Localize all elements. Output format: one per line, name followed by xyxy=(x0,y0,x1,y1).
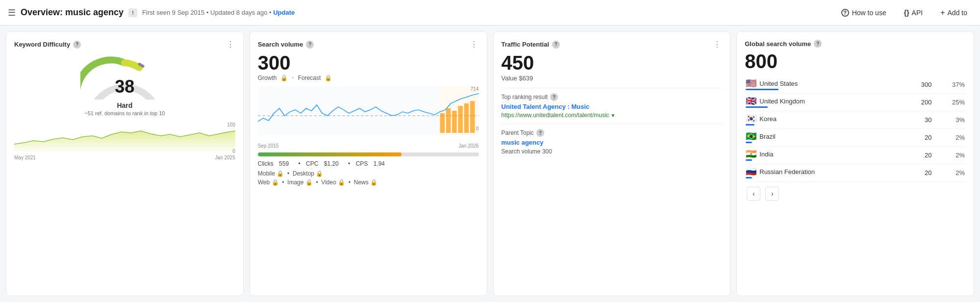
kd-y-min: 0 xyxy=(232,149,235,154)
gsv-next-button[interactable]: › xyxy=(765,187,779,201)
sv-chart-svg xyxy=(258,86,479,135)
sv-chart-dates: Sep 2015 Jan 2026 xyxy=(258,143,479,149)
sv-forecast-label: Forecast xyxy=(298,75,321,81)
tp-more-icon[interactable]: ⋮ xyxy=(713,40,722,49)
sv-cps-label: CPS 1.94 xyxy=(356,160,389,167)
tp-number: 450 xyxy=(502,53,723,73)
list-item: 🇷🇺 Russian Federation 20 2% xyxy=(745,164,966,182)
gsv-pct-0: 37% xyxy=(932,76,966,94)
gsv-country-cell: 🇬🇧 United Kingdom xyxy=(745,94,904,111)
sv-lock4: 🔒 xyxy=(316,170,323,177)
sv-chart-max: 714 xyxy=(471,86,479,92)
gsv-pct-3: 2% xyxy=(932,129,966,147)
kd-date-end: Jan 2025 xyxy=(215,155,235,160)
tp-title-row: Traffic Potential ? xyxy=(502,41,560,49)
kd-gauge-wrapper: 38 xyxy=(80,53,169,100)
tp-top-result-link[interactable]: United Talent Agency : Music xyxy=(502,103,723,110)
sv-card: Search volume ? ⋮ 300 Growth 🔒 • Forecas… xyxy=(250,31,487,296)
tp-card-title: Traffic Potential xyxy=(502,41,550,48)
header: ☰ Overview: music agency ! First seen 9 … xyxy=(0,0,980,25)
list-item: 🇧🇷 Brazil 20 2% xyxy=(745,129,966,147)
tp-top-help-icon[interactable]: ? xyxy=(550,93,558,101)
sv-number: 300 xyxy=(258,53,479,73)
svg-rect-9 xyxy=(470,101,475,133)
tp-card-header: Traffic Potential ? ⋮ xyxy=(502,40,723,49)
info-badge[interactable]: ! xyxy=(128,8,137,17)
how-to-use-button[interactable]: ? How to use xyxy=(836,6,891,20)
gsv-title-row: Global search volume ? xyxy=(745,40,822,48)
kd-title-row: Keyword Difficulty ? xyxy=(14,41,81,49)
sv-card-title: Search volume xyxy=(258,41,303,48)
kd-more-icon[interactable]: ⋮ xyxy=(226,40,235,49)
menu-icon[interactable]: ☰ xyxy=(8,7,16,18)
gsv-flag-1: 🇬🇧 xyxy=(746,97,756,105)
tp-top-ranking-label: Top ranking result ? xyxy=(502,93,723,101)
sv-mobile-label: Mobile xyxy=(258,170,275,177)
sv-lock8: 🔒 xyxy=(370,179,377,186)
gsv-country-name: 🇬🇧 United Kingdom xyxy=(746,97,903,105)
kd-card: Keyword Difficulty ? ⋮ 38 xyxy=(6,31,244,296)
sv-bar-fill xyxy=(258,152,402,156)
list-item: 🇺🇸 United States 300 37% xyxy=(745,76,966,94)
sv-cpc-label: CPC $1.20 xyxy=(306,160,343,167)
header-right: ? How to use {} API + Add to xyxy=(836,5,972,20)
api-icon: {} xyxy=(904,9,909,17)
sv-title-row: Search volume ? xyxy=(258,41,314,49)
sv-lock2: 🔒 xyxy=(325,75,332,81)
sv-meta: Growth 🔒 • Forecast 🔒 xyxy=(258,75,479,81)
svg-rect-4 xyxy=(440,113,445,133)
svg-rect-6 xyxy=(452,111,457,133)
kd-gauge-value: 38 xyxy=(115,78,134,96)
sv-more-icon[interactable]: ⋮ xyxy=(470,40,479,49)
sv-clicks-label: Clicks 559 xyxy=(258,160,293,167)
sv-video-label: Video xyxy=(321,179,336,186)
list-item: 🇮🇳 India 20 2% xyxy=(745,147,966,164)
gsv-table: 🇺🇸 United States 300 37% 🇬🇧 United Kingd… xyxy=(745,76,966,182)
tp-dropdown-arrow[interactable]: ▼ xyxy=(611,113,616,118)
gsv-pct-2: 3% xyxy=(932,111,966,129)
gsv-country-cell: 🇮🇳 India xyxy=(745,147,904,164)
kd-card-header: Keyword Difficulty ? ⋮ xyxy=(14,40,235,49)
gsv-pct-4: 2% xyxy=(932,147,966,164)
sv-lock3: 🔒 xyxy=(276,170,284,177)
sv-news-label: News xyxy=(354,179,369,186)
gsv-volume-3: 20 xyxy=(905,129,933,147)
gsv-prev-button[interactable]: ‹ xyxy=(747,187,760,201)
api-button[interactable]: {} API xyxy=(899,6,928,20)
tp-card: Traffic Potential ? ⋮ 450 Value $639 Top… xyxy=(493,31,731,296)
gsv-pct-1: 25% xyxy=(932,94,966,111)
gsv-flag-5: 🇷🇺 xyxy=(746,167,756,176)
gsv-card-title: Global search volume xyxy=(745,40,811,48)
gsv-help-icon[interactable]: ? xyxy=(814,40,822,48)
sv-card-header: Search volume ? ⋮ xyxy=(258,40,479,49)
gsv-country-name: 🇷🇺 Russian Federation xyxy=(746,167,903,176)
list-item: 🇬🇧 United Kingdom 200 25% xyxy=(745,94,966,111)
sv-device: Mobile 🔒 • Desktop 🔒 xyxy=(258,170,479,177)
gsv-volume-0: 300 xyxy=(905,76,933,94)
svg-rect-7 xyxy=(458,106,463,133)
sv-chart-container: 714 0 xyxy=(258,86,479,140)
tp-help-icon[interactable]: ? xyxy=(552,41,560,49)
kd-sparkline: 100 0 May 2021 Jan 2025 xyxy=(14,122,235,156)
gsv-volume-5: 20 xyxy=(905,164,933,182)
page-title: Overview: music agency xyxy=(21,7,124,18)
kd-help-icon[interactable]: ? xyxy=(73,41,81,49)
gsv-card-header: Global search volume ? xyxy=(745,40,966,48)
gsv-flag-4: 🇮🇳 xyxy=(746,150,756,158)
header-meta: First seen 9 Sep 2015 • Updated 8 days a… xyxy=(142,9,295,16)
gsv-country-name: 🇺🇸 United States xyxy=(746,79,903,88)
tp-search-vol: Search volume 300 xyxy=(502,148,723,155)
gsv-country-cell: 🇧🇷 Brazil xyxy=(745,129,904,147)
plus-icon: + xyxy=(940,8,945,17)
gsv-mini-bar-1 xyxy=(746,106,768,108)
tp-parent-help-icon[interactable]: ? xyxy=(536,129,544,137)
tp-url-text: https://www.unitedtalent.com/talent/musi… xyxy=(502,112,609,119)
update-link[interactable]: Update xyxy=(273,9,295,16)
question-icon: ? xyxy=(841,9,849,17)
add-to-button[interactable]: + Add to xyxy=(935,5,972,20)
tp-parent-link[interactable]: music agency xyxy=(502,139,723,146)
gsv-mini-bar-0 xyxy=(746,89,779,90)
gsv-mini-bar-3 xyxy=(746,142,752,143)
gsv-pct-5: 2% xyxy=(932,164,966,182)
sv-help-icon[interactable]: ? xyxy=(306,41,314,49)
